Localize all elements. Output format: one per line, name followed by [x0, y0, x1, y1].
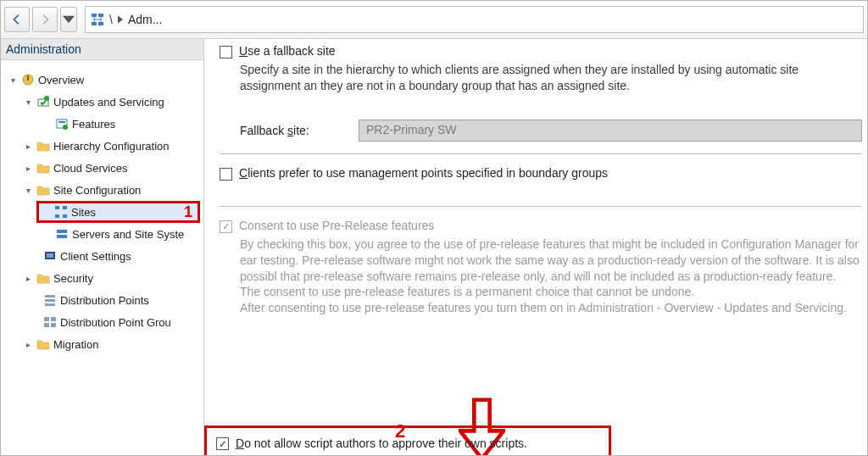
tree-node-overview[interactable]: ▾ Overview: [4, 69, 200, 91]
tree-node-distpoints[interactable]: ▸ Distribution Points: [4, 289, 200, 311]
svg-rect-2: [92, 22, 97, 25]
separator: [220, 153, 862, 154]
tree-label: Client Settings: [60, 250, 131, 263]
tree-node-updates[interactable]: ▾ Updates and Servicing: [4, 91, 200, 113]
tree-node-migration[interactable]: ▸ Migration: [4, 333, 200, 355]
svg-rect-20: [45, 299, 55, 302]
tree-label: Sites: [71, 206, 96, 219]
distribution-points-icon: [43, 293, 57, 307]
forward-button[interactable]: [32, 7, 58, 32]
sidebar: Administration ▾ Overview ▾ Updates and …: [1, 39, 204, 455]
svg-rect-18: [47, 253, 53, 258]
separator: [220, 206, 862, 207]
folder-icon: [36, 161, 50, 175]
svg-rect-22: [44, 317, 49, 321]
folder-icon: [36, 139, 50, 153]
svg-rect-3: [98, 22, 103, 25]
breadcrumb[interactable]: \ Adm...: [85, 6, 864, 33]
svg-rect-15: [57, 230, 67, 233]
svg-rect-21: [45, 303, 55, 306]
collapse-icon[interactable]: ▾: [8, 75, 18, 85]
management-points-checkbox[interactable]: [220, 168, 232, 181]
prerelease-checkbox: [220, 220, 232, 233]
folder-icon: [36, 271, 50, 285]
tree-label: Migration: [53, 338, 98, 351]
tree-label: Servers and Site Syste: [72, 228, 184, 241]
sites-icon: [54, 205, 68, 219]
fallback-site-label: Use a fallback site: [239, 44, 336, 58]
main-panel: Use a fallback site Specify a site in th…: [204, 39, 867, 455]
chevron-down-icon: [63, 14, 75, 25]
tree-label: Hierarchy Configuration: [53, 140, 170, 153]
prerelease-description: By checking this box, you agree to the u…: [240, 236, 862, 316]
tree-label: Distribution Points: [60, 294, 149, 307]
annotation-1: 1: [184, 203, 192, 221]
tree-label: Overview: [38, 74, 84, 86]
fallback-site-checkbox[interactable]: [220, 46, 232, 58]
tree-node-siteconfig[interactable]: ▾ Site Configuration: [4, 179, 200, 201]
tree-node-security[interactable]: ▸ Security: [4, 267, 200, 289]
expand-icon[interactable]: ▸: [23, 273, 33, 283]
breadcrumb-separator: \: [109, 13, 113, 26]
folder-icon: [36, 183, 50, 197]
svg-rect-19: [45, 295, 55, 298]
breadcrumb-text: Adm...: [128, 13, 162, 26]
svg-rect-25: [51, 323, 56, 327]
tree-node-cloud[interactable]: ▸ Cloud Services: [4, 157, 200, 179]
dropdown-button[interactable]: [60, 7, 77, 32]
tree-label: Updates and Servicing: [53, 96, 164, 108]
tree-node-servers[interactable]: ▸ Servers and Site Syste: [4, 223, 200, 245]
tree-node-hierarchy[interactable]: ▸ Hierarchy Configuration: [4, 135, 200, 157]
tree-node-distgroups[interactable]: ▸ Distribution Point Grou: [4, 311, 200, 333]
tree-label: Features: [72, 118, 115, 131]
toolbar: \ Adm...: [1, 1, 867, 39]
svg-rect-12: [63, 206, 67, 209]
arrow-left-icon: [11, 14, 23, 25]
fallback-site-field: Fallback site: PR2-Primary SW: [240, 120, 862, 142]
tree-node-clientsettings[interactable]: ▸ Client Settings: [4, 245, 200, 267]
nav-header: Administration: [1, 39, 203, 60]
tree-node-features[interactable]: ▸ Features: [4, 113, 200, 135]
svg-point-10: [63, 125, 68, 130]
collapse-icon[interactable]: ▾: [23, 97, 33, 107]
prerelease-checkbox-row: Consent to use Pre-Release features: [220, 219, 862, 233]
nav-tree: ▾ Overview ▾ Updates and Servicing ▸ Fea…: [1, 60, 203, 359]
svg-rect-23: [51, 317, 56, 321]
svg-rect-5: [27, 75, 29, 81]
collapse-icon[interactable]: ▾: [23, 185, 33, 195]
svg-point-7: [44, 96, 49, 101]
svg-rect-9: [58, 121, 65, 123]
prerelease-p2: The consent to use pre-release features …: [240, 284, 862, 300]
svg-rect-0: [92, 14, 97, 17]
client-settings-icon: [43, 249, 57, 263]
site-hierarchy-icon: [91, 13, 104, 26]
tree-label: Cloud Services: [53, 162, 127, 175]
fallback-site-field-label: Fallback site:: [240, 124, 350, 137]
management-points-checkbox-row: Clients prefer to use management points …: [220, 166, 862, 181]
prerelease-label: Consent to use Pre-Release features: [239, 219, 434, 232]
folder-icon: [36, 337, 50, 351]
svg-rect-16: [57, 235, 67, 238]
back-button[interactable]: [4, 7, 30, 32]
tree-node-sites[interactable]: ▸ Sites 1: [36, 201, 200, 223]
fallback-site-checkbox-row: Use a fallback site: [220, 44, 862, 58]
script-approval-checkbox-row: Do not allow script authors to approve t…: [216, 436, 527, 450]
expand-icon[interactable]: ▸: [23, 141, 33, 151]
svg-rect-13: [55, 214, 59, 218]
tree-label: Distribution Point Grou: [60, 316, 171, 329]
features-icon: [55, 117, 69, 131]
overview-icon: [21, 73, 35, 86]
expand-icon[interactable]: ▸: [23, 339, 33, 349]
prerelease-p3: After consenting to use pre-release feat…: [240, 300, 862, 316]
expand-icon[interactable]: ▸: [23, 163, 33, 173]
tree-label: Security: [53, 272, 93, 285]
script-approval-checkbox[interactable]: [216, 437, 229, 450]
management-points-label: Clients prefer to use management points …: [239, 166, 608, 180]
script-approval-label: Do not allow script authors to approve t…: [236, 437, 527, 450]
svg-rect-14: [63, 214, 67, 218]
fallback-site-dropdown[interactable]: PR2-Primary SW: [359, 120, 862, 142]
arrow-right-icon: [39, 14, 51, 25]
svg-rect-11: [55, 206, 59, 209]
tree-label: Site Configuration: [53, 184, 141, 197]
prerelease-p1: By checking this box, you agree to the u…: [240, 236, 862, 285]
